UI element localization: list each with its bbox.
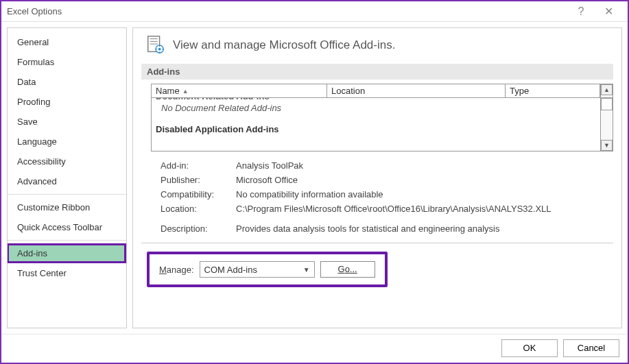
column-type[interactable]: Type — [506, 84, 600, 97]
sidebar: General Formulas Data Proofing Save Lang… — [7, 27, 127, 328]
ok-button[interactable]: OK — [501, 339, 558, 357]
value-addin: Analysis ToolPak — [236, 160, 613, 171]
sidebar-item-trust-center[interactable]: Trust Center — [8, 263, 126, 283]
go-suffix: o... — [345, 264, 357, 274]
window-title: Excel Options — [7, 6, 567, 16]
value-description: Provides data analysis tools for statist… — [236, 223, 613, 234]
scroll-thumb[interactable] — [601, 98, 613, 110]
footer: OK Cancel — [1, 334, 628, 361]
addins-icon — [145, 35, 166, 56]
scrollbar[interactable]: ▼ — [600, 98, 613, 151]
help-button[interactable]: ? — [567, 2, 595, 21]
column-location[interactable]: Location — [327, 84, 506, 97]
close-button[interactable]: ✕ — [595, 2, 622, 21]
content-panel: View and manage Microsoft Office Add-ins… — [132, 27, 622, 328]
table-body: Document Related Add-ins No Document Rel… — [151, 98, 613, 151]
sidebar-item-quick-access[interactable]: Quick Access Toolbar — [8, 217, 126, 237]
manage-label: MManage:anage: — [159, 265, 194, 275]
column-name-label: Name — [156, 86, 180, 96]
svg-point-5 — [158, 48, 161, 51]
sidebar-item-proofing[interactable]: Proofing — [8, 92, 126, 112]
sidebar-separator — [8, 194, 126, 195]
scroll-up-button[interactable]: ▲ — [601, 84, 613, 95]
sidebar-item-customize-ribbon[interactable]: Customize Ribbon — [8, 197, 126, 217]
label-description: Description: — [161, 223, 236, 234]
sidebar-item-data[interactable]: Data — [8, 72, 126, 92]
group-disabled-addins: Disabled Application Add-ins — [152, 121, 600, 136]
manage-row: MManage:anage: COM Add-ins ▼ Go... — [147, 252, 388, 287]
chevron-down-icon: ▼ — [303, 266, 310, 274]
label-publisher: Publisher: — [161, 175, 236, 185]
divider — [141, 243, 613, 243]
main-area: General Formulas Data Proofing Save Lang… — [1, 22, 628, 334]
table-header: Name ▲ Location Type ▲ — [151, 84, 613, 98]
row-no-doc-addins: No Document Related Add-ins — [152, 101, 600, 114]
label-location: Location: — [161, 204, 236, 214]
page-title: View and manage Microsoft Office Add-ins… — [173, 38, 395, 52]
go-button[interactable]: Go... — [320, 261, 375, 278]
value-compat: No compatibility information available — [236, 189, 613, 199]
column-name[interactable]: Name ▲ — [152, 84, 327, 97]
scroll-up-cell: ▲ — [600, 84, 613, 97]
sidebar-item-formulas[interactable]: Formulas — [8, 52, 126, 72]
table-rows: Document Related Add-ins No Document Rel… — [152, 98, 600, 151]
sidebar-item-addins[interactable]: Add-ins — [7, 243, 126, 263]
label-addin: Add-in: — [161, 160, 236, 171]
section-title: Add-ins — [141, 64, 613, 80]
label-compat: Compatibility: — [161, 189, 236, 199]
titlebar: Excel Options ? ✕ — [1, 1, 628, 22]
cancel-button[interactable]: Cancel — [563, 339, 619, 357]
manage-dropdown[interactable]: COM Add-ins ▼ — [200, 261, 315, 278]
addin-details: Add-in:Analysis ToolPak Publisher:Micros… — [161, 158, 613, 236]
sidebar-item-general[interactable]: General — [8, 32, 126, 52]
sidebar-item-advanced[interactable]: Advanced — [8, 171, 126, 191]
value-location: C:\Program Files\Microsoft Office\root\O… — [236, 204, 613, 214]
sidebar-item-accessibility[interactable]: Accessibility — [8, 151, 126, 171]
sidebar-item-save[interactable]: Save — [8, 112, 126, 132]
value-publisher: Microsoft Office — [236, 175, 613, 185]
page-header: View and manage Microsoft Office Add-ins… — [141, 35, 613, 56]
sort-asc-icon: ▲ — [182, 88, 189, 95]
sidebar-item-language[interactable]: Language — [8, 132, 126, 151]
manage-value: COM Add-ins — [204, 265, 257, 275]
scroll-down-button[interactable]: ▼ — [601, 140, 613, 151]
sidebar-separator — [8, 240, 126, 241]
